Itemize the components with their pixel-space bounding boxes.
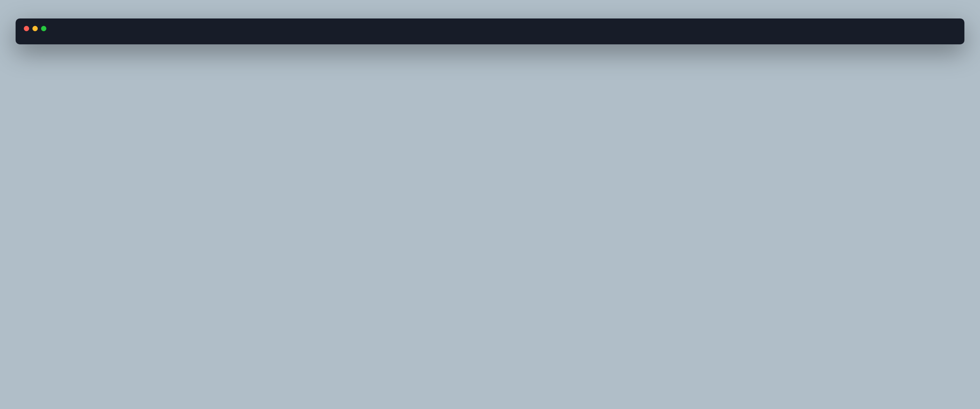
code-area[interactable] — [16, 34, 964, 44]
close-icon[interactable] — [24, 26, 29, 31]
code-editor-window — [16, 18, 964, 44]
window-title-bar — [16, 18, 964, 34]
minimize-icon[interactable] — [32, 26, 38, 31]
maximize-icon[interactable] — [41, 26, 46, 31]
